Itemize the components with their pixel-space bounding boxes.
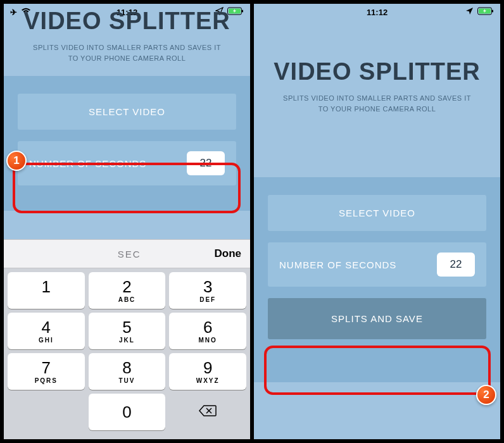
key-4[interactable]: 4GHI	[8, 313, 85, 349]
backspace-icon	[199, 404, 217, 420]
key-digit: 4	[42, 319, 51, 335]
key-digit: 7	[42, 359, 51, 376]
key-backspace[interactable]	[169, 394, 246, 430]
key-letters: TUV	[119, 377, 135, 384]
splits-and-save-button[interactable]: SPLITS AND SAVE	[268, 298, 486, 339]
app-title: VIDEO SPLITTER	[267, 58, 488, 85]
key-digit: 9	[203, 359, 212, 376]
keyboard-accessory: SEC Done	[4, 239, 250, 268]
key-0[interactable]: 0	[89, 394, 166, 430]
key-letters: MNO	[199, 337, 217, 344]
key-letters: JKL	[119, 337, 135, 344]
key-digit: 2	[122, 278, 131, 295]
app-subtitle: SPLITS VIDEO INTO SMALLER PARTS AND SAVE…	[267, 93, 488, 114]
seconds-row: NUMBER OF SECONDS	[268, 242, 486, 287]
status-bar: 11:12	[254, 4, 500, 20]
select-video-button[interactable]: SELECT VIDEO	[18, 94, 236, 130]
key-2[interactable]: 2ABC	[89, 272, 166, 309]
location-icon	[465, 7, 474, 17]
numeric-keyboard: 1 2ABC3DEF4GHI5JKL6MNO7PQRS8TUV9WXYZ 0	[4, 268, 250, 439]
key-blank	[8, 394, 85, 430]
select-video-button[interactable]: SELECT VIDEO	[268, 195, 486, 231]
step-badge-2: 2	[476, 385, 496, 405]
key-digit: 6	[203, 319, 212, 335]
keyboard-done-button[interactable]: Done	[215, 247, 242, 260]
svg-rect-4	[492, 10, 493, 13]
seconds-input[interactable]	[187, 151, 225, 175]
airplane-mode-icon: ✈	[10, 8, 17, 17]
key-digit: 8	[122, 359, 131, 376]
key-9[interactable]: 9WXYZ	[169, 353, 246, 390]
key-1[interactable]: 1	[8, 272, 85, 309]
key-letters: WXYZ	[196, 377, 220, 384]
battery-charging-icon	[477, 7, 494, 17]
header: VIDEO SPLITTER SPLITS VIDEO INTO SMALLER…	[254, 58, 500, 127]
screen-main: 11:12 VIDEO SPLITTER SPLITS VIDEO INTO S…	[253, 3, 501, 440]
key-digit: 1	[42, 278, 51, 295]
key-letters: PQRS	[35, 377, 58, 384]
keyboard-field-label: SEC	[44, 249, 215, 259]
seconds-label: NUMBER OF SECONDS	[279, 259, 396, 270]
app-title: VIDEO SPLITTER	[16, 8, 237, 35]
app-subtitle: SPLITS VIDEO INTO SMALLER PARTS AND SAVE…	[16, 42, 237, 63]
content-panel: SELECT VIDEO NUMBER OF SECONDS	[4, 76, 250, 211]
key-digit: 0	[122, 404, 131, 420]
key-8[interactable]: 8TUV	[89, 353, 166, 390]
seconds-row: NUMBER OF SECONDS	[18, 141, 236, 185]
screen-keyboard: ✈ 11:12 VIDEO SPLITTER SPLITS VIDEO INTO…	[3, 3, 251, 440]
key-letters: DEF	[199, 296, 216, 303]
seconds-label: NUMBER OF SECONDS	[29, 158, 146, 169]
key-letters: GHI	[39, 337, 54, 344]
svg-rect-1	[242, 10, 243, 13]
key-digit: 3	[203, 278, 212, 295]
key-letters: ABC	[118, 296, 136, 303]
header: VIDEO SPLITTER SPLITS VIDEO INTO SMALLER…	[4, 8, 250, 76]
content-panel: SELECT VIDEO NUMBER OF SECONDS SPLITS AN…	[254, 177, 500, 382]
key-digit: 5	[122, 319, 131, 335]
status-time: 11:12	[367, 8, 387, 17]
key-3[interactable]: 3DEF	[169, 272, 246, 309]
seconds-input[interactable]	[437, 253, 475, 277]
key-7[interactable]: 7PQRS	[8, 353, 85, 390]
key-6[interactable]: 6MNO	[169, 313, 246, 349]
key-5[interactable]: 5JKL	[89, 313, 166, 349]
